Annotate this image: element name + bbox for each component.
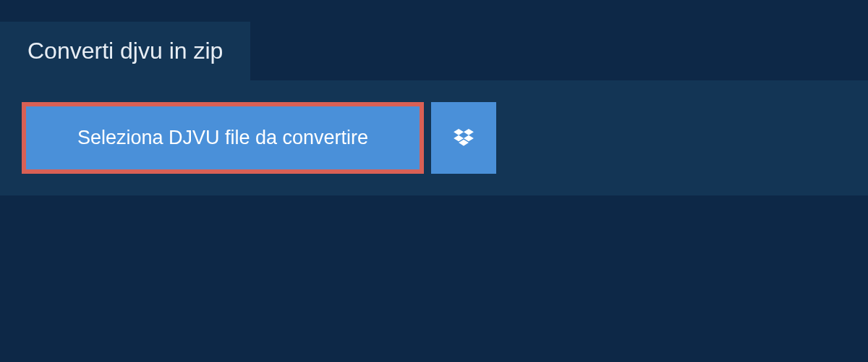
select-file-button-label: Seleziona DJVU file da convertire (77, 127, 368, 149)
button-row: Seleziona DJVU file da convertire (22, 102, 846, 174)
page-title: Converti djvu in zip (27, 38, 223, 64)
footer-area (0, 195, 868, 340)
dropbox-icon (454, 129, 474, 148)
dropbox-button[interactable] (431, 102, 496, 174)
upload-panel: Seleziona DJVU file da convertire (0, 80, 868, 195)
select-file-button[interactable]: Seleziona DJVU file da convertire (22, 102, 424, 174)
active-tab: Converti djvu in zip (0, 22, 250, 80)
